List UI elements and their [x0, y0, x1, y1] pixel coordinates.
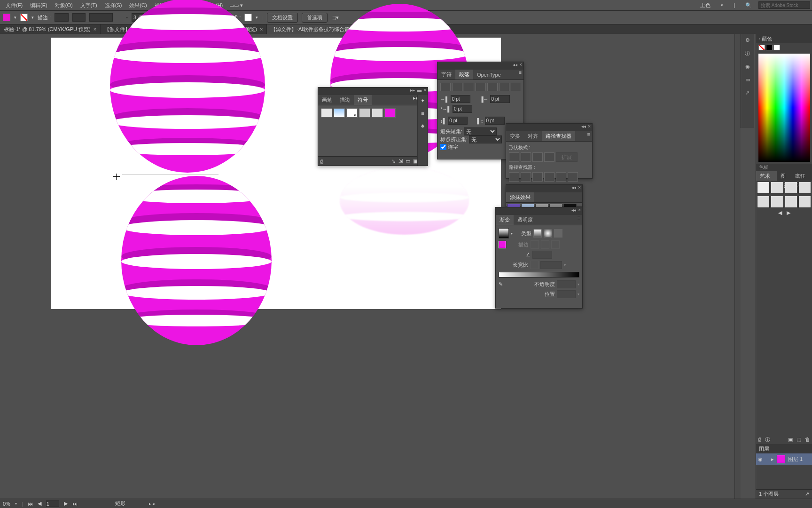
- gradient-preview[interactable]: [499, 228, 509, 238]
- tab-layers[interactable]: 图层: [759, 445, 769, 452]
- menu-effect[interactable]: 效果(C): [125, 0, 150, 10]
- collapse-icon[interactable]: ◂◂: [571, 207, 576, 215]
- layers-icon[interactable]: ▭: [743, 75, 752, 84]
- stroke-weight-stepper[interactable]: [72, 13, 86, 22]
- art-swatch[interactable]: [757, 196, 770, 208]
- stroke-grad-3-icon[interactable]: [551, 240, 560, 249]
- appearance-icon[interactable]: ◉: [743, 62, 752, 71]
- tab-crazy[interactable]: 疯狂科学: [791, 171, 812, 181]
- exclude-icon[interactable]: [544, 152, 554, 162]
- justify-left-icon[interactable]: [476, 83, 486, 91]
- art-swatch[interactable]: [757, 182, 770, 194]
- club-icon[interactable]: ♣: [421, 123, 424, 128]
- minus-back-icon[interactable]: [568, 172, 578, 182]
- artwork-sphere[interactable]: [110, 0, 265, 173]
- stop-pos-input[interactable]: [557, 290, 576, 298]
- minimize-icon[interactable]: ▬: [417, 87, 422, 95]
- tab-brushes[interactable]: 画笔: [318, 95, 336, 105]
- artwork-sphere[interactable]: [121, 176, 272, 345]
- art-swatch[interactable]: [798, 182, 811, 194]
- tab-color[interactable]: 颜色: [762, 35, 772, 42]
- find-icon[interactable]: ⓘ: [765, 436, 770, 443]
- trash-icon[interactable]: 🗑: [805, 437, 810, 442]
- menu-icon[interactable]: ≡: [576, 215, 582, 225]
- minus-front-icon[interactable]: [521, 152, 531, 162]
- expand-icon[interactable]: ▸: [771, 456, 774, 462]
- outline-icon[interactable]: [556, 172, 566, 182]
- align-to-icon[interactable]: ⬚▾: [331, 15, 339, 21]
- radial-icon[interactable]: [544, 229, 552, 238]
- prev-icon[interactable]: ◀: [778, 210, 782, 216]
- stop-opacity-input[interactable]: [557, 280, 576, 288]
- space-after-input[interactable]: [485, 117, 505, 125]
- next-icon[interactable]: ▶: [787, 210, 790, 216]
- art-swatch[interactable]: [798, 196, 811, 208]
- symbol-item[interactable]: ▼: [346, 108, 358, 118]
- indent-left-input[interactable]: [451, 95, 470, 103]
- doc-setup-button[interactable]: 文档设置: [267, 13, 298, 23]
- art-swatch[interactable]: [771, 196, 783, 208]
- trim-icon[interactable]: [521, 172, 531, 182]
- unite-icon[interactable]: [509, 152, 519, 162]
- align-right-icon[interactable]: [464, 83, 474, 91]
- tab-gradient[interactable]: 渐变: [496, 215, 514, 225]
- space-before-input[interactable]: [448, 117, 468, 125]
- aspect-icon[interactable]: [530, 261, 539, 269]
- divide-icon[interactable]: [509, 172, 519, 182]
- stroke-weight-input[interactable]: [55, 13, 69, 22]
- style-swatch[interactable]: [244, 14, 252, 21]
- tab-character[interactable]: 字符: [437, 70, 455, 79]
- symbol-item[interactable]: [359, 108, 370, 118]
- tab-transparency[interactable]: 透明度: [514, 215, 537, 225]
- black-swatch[interactable]: [766, 45, 773, 50]
- art-swatch[interactable]: [785, 182, 797, 194]
- linear-icon[interactable]: [533, 229, 542, 238]
- angle-input[interactable]: [532, 251, 552, 259]
- list-icon[interactable]: ≡: [421, 111, 424, 116]
- collapse-icon[interactable]: ▸▸: [410, 87, 415, 95]
- close-icon[interactable]: ×: [260, 26, 263, 32]
- library-icon[interactable]: ⎙: [320, 159, 323, 164]
- properties-icon[interactable]: ⚙: [743, 36, 752, 44]
- close-icon[interactable]: ×: [588, 124, 591, 131]
- tab-stroke[interactable]: 描边: [336, 95, 354, 105]
- menu-icon[interactable]: ≡: [517, 70, 523, 79]
- spray-icon[interactable]: ✦: [421, 98, 425, 104]
- export-icon[interactable]: ↗: [743, 88, 752, 97]
- intersect-icon[interactable]: [532, 152, 543, 162]
- menu-edit[interactable]: 编辑(E): [26, 0, 51, 10]
- merge-icon[interactable]: [532, 172, 543, 182]
- stroke-grad-2-icon[interactable]: [541, 240, 549, 249]
- crop-icon[interactable]: [544, 172, 554, 182]
- menu-select[interactable]: 选择(S): [101, 0, 126, 10]
- lib-icon[interactable]: ⎙: [758, 437, 761, 442]
- menu-object[interactable]: 对象(O): [51, 0, 77, 10]
- menu-icon[interactable]: ≡: [586, 131, 592, 141]
- first-icon[interactable]: ⏮: [28, 501, 33, 507]
- justify-all-icon[interactable]: [511, 83, 521, 91]
- options-icon[interactable]: ▭: [406, 158, 410, 164]
- close-icon[interactable]: ×: [423, 87, 426, 95]
- stroke-swatch[interactable]: [20, 14, 28, 21]
- stock-search-input[interactable]: [758, 1, 810, 9]
- close-icon[interactable]: ×: [94, 26, 96, 32]
- close-icon[interactable]: ×: [519, 62, 522, 70]
- collapse-icon[interactable]: ◂◂: [581, 124, 586, 131]
- color-spectrum[interactable]: [758, 54, 810, 162]
- place-icon[interactable]: ↘: [391, 158, 396, 164]
- kinsoku-select[interactable]: 无: [464, 127, 497, 135]
- tab-symbols[interactable]: 符号: [354, 95, 372, 105]
- next-icon[interactable]: ▶: [64, 500, 68, 507]
- symbol-item[interactable]: [372, 108, 383, 118]
- new-icon[interactable]: ▣: [788, 437, 793, 443]
- vertical-scrollbar[interactable]: [734, 34, 741, 499]
- zoom-value[interactable]: 0%: [3, 501, 10, 507]
- symbol-item[interactable]: [334, 108, 345, 118]
- layer-name[interactable]: 图层 1: [788, 456, 803, 463]
- mojikumi-select[interactable]: 无: [469, 135, 502, 143]
- layer-row[interactable]: ◉ ▸ 图层 1: [756, 453, 812, 465]
- last-icon[interactable]: ⏭: [72, 501, 78, 507]
- tab-opentype[interactable]: OpenType: [473, 70, 505, 79]
- white-swatch[interactable]: [773, 45, 780, 50]
- tab-align[interactable]: 对齐: [524, 131, 542, 141]
